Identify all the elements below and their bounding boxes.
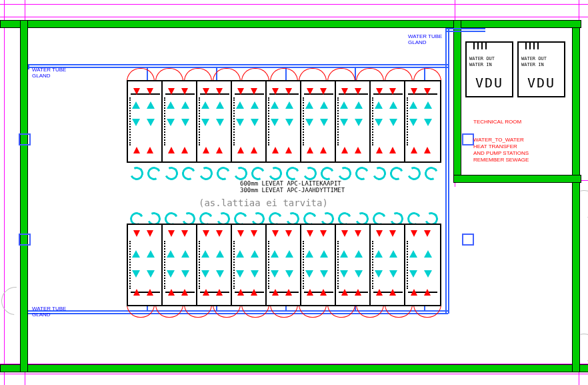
cold-aisle-curl — [423, 165, 440, 182]
hot-air-arrow — [251, 88, 257, 95]
cold-air-arrow — [236, 101, 244, 109]
hot-air-arrow — [147, 147, 153, 153]
hot-air-arrow — [272, 147, 279, 153]
center-note: (as.lattiaa ei tarvita) — [199, 198, 328, 208]
hot-air-arrow — [424, 230, 431, 237]
cold-air-arrow — [147, 119, 155, 126]
cold-aisle-curl — [319, 165, 336, 182]
hot-air-arrow — [376, 147, 383, 153]
hot-air-arrow — [320, 88, 327, 95]
cold-air-arrow — [305, 101, 313, 109]
cold-air-arrow — [285, 270, 293, 278]
hot-air-arrow — [272, 289, 279, 296]
technical-room-note: WATER_TO_WATER HEAT TRANSFER AND PUMP ST… — [473, 137, 529, 163]
cold-air-arrow — [236, 119, 244, 126]
hot-air-arrow — [216, 289, 223, 296]
hot-air-arrow — [133, 289, 140, 296]
cold-air-arrow — [271, 101, 279, 109]
hot-air-arrow — [237, 289, 244, 296]
cold-air-arrow — [340, 101, 348, 109]
cold-air-arrow — [320, 250, 328, 258]
cold-air-arrow — [271, 250, 279, 258]
vdu1-water-in: WATER IN — [469, 62, 492, 67]
hot-air-arrow — [285, 147, 292, 153]
cold-air-arrow — [216, 250, 224, 258]
rack-cabinet — [335, 224, 372, 306]
vdu2-water-in: WATER IN — [521, 62, 544, 67]
door-arc — [0, 281, 35, 320]
cold-air-arrow — [355, 101, 363, 109]
cold-air-arrow — [409, 270, 417, 278]
cold-aisle-curl — [267, 165, 284, 182]
cold-air-arrow — [424, 270, 432, 278]
cold-aisle-curl — [284, 165, 301, 182]
cold-air-arrow — [201, 250, 209, 258]
cold-air-arrow — [251, 270, 259, 278]
rack-note-2: 300mm LEVEAT APC-JAAHDYTTIMET — [240, 187, 345, 194]
cold-air-arrow — [285, 101, 293, 109]
hot-air-arrow — [320, 147, 327, 153]
cold-air-arrow — [201, 270, 209, 278]
cold-air-arrow — [305, 270, 313, 278]
cold-air-arrow — [132, 119, 140, 126]
cold-air-arrow — [409, 119, 417, 126]
hot-air-arrow — [203, 230, 209, 237]
hot-air-arrow — [424, 289, 431, 296]
cold-air-arrow — [389, 250, 397, 258]
hot-air-arrow — [203, 88, 209, 95]
hot-air-arrow — [216, 147, 223, 153]
cold-air-arrow — [424, 119, 432, 126]
hot-air-arrow — [411, 289, 417, 296]
wall-marker — [462, 234, 474, 246]
vdu2-name: VDU — [519, 75, 564, 91]
hot-air-arrow — [251, 147, 257, 153]
cold-air-arrow — [389, 119, 397, 126]
cold-air-arrow — [167, 101, 175, 109]
cold-air-arrow — [389, 101, 397, 109]
cold-aisle-curl — [197, 165, 215, 182]
rack-note-1: 600mm LEVEAT APC-LAITEKAAPIT — [240, 180, 341, 187]
cold-air-arrow — [216, 119, 224, 126]
hot-air-arrow — [341, 230, 348, 237]
cold-air-arrow — [285, 119, 293, 126]
label-water-tube-gland-left-upper: WATER TUBE GLAND — [32, 67, 66, 79]
cold-air-arrow — [340, 270, 348, 278]
hot-air-arrow — [168, 88, 175, 95]
hot-air-arrow — [285, 289, 292, 296]
cold-air-arrow — [389, 270, 397, 278]
vdu-unit-1: WATER OUT WATER IN VDU — [465, 41, 513, 97]
cold-air-arrow — [251, 101, 259, 109]
hot-air-arrow — [181, 289, 188, 296]
cold-aisle-curl — [232, 165, 249, 182]
hot-air-arrow — [355, 147, 361, 153]
hot-air-arrow — [133, 88, 140, 95]
cold-air-arrow — [340, 119, 348, 126]
hot-air-arrow — [411, 147, 417, 153]
cold-air-arrow — [320, 119, 328, 126]
hot-air-arrow — [251, 289, 257, 296]
cold-aisle-curl — [128, 165, 145, 182]
cold-aisle-curl — [249, 165, 267, 182]
cold-air-arrow — [132, 250, 140, 258]
wall-marker — [19, 133, 31, 145]
cold-air-arrow — [132, 101, 140, 109]
cold-aisle-curl — [145, 165, 163, 182]
hot-air-arrow — [355, 289, 361, 296]
cold-aisle-curl — [405, 165, 423, 182]
hot-air-arrow — [133, 230, 140, 237]
rack-cabinet — [231, 224, 268, 306]
cold-aisle-curl — [180, 165, 197, 182]
hot-air-arrow — [341, 289, 348, 296]
cold-air-arrow — [305, 119, 313, 126]
rack-cabinet — [369, 224, 407, 306]
cold-air-arrow — [147, 101, 155, 109]
hot-air-arrow — [307, 289, 313, 296]
label-water-tube-gland-top: WATER TUBE GLAND — [408, 33, 442, 45]
hot-air-arrow — [237, 230, 244, 237]
cold-air-arrow — [320, 101, 328, 109]
cold-air-arrow — [375, 270, 383, 278]
cold-air-arrow — [375, 250, 383, 258]
cold-air-arrow — [251, 250, 259, 258]
hot-air-arrow — [181, 88, 188, 95]
cold-air-arrow — [251, 119, 259, 126]
